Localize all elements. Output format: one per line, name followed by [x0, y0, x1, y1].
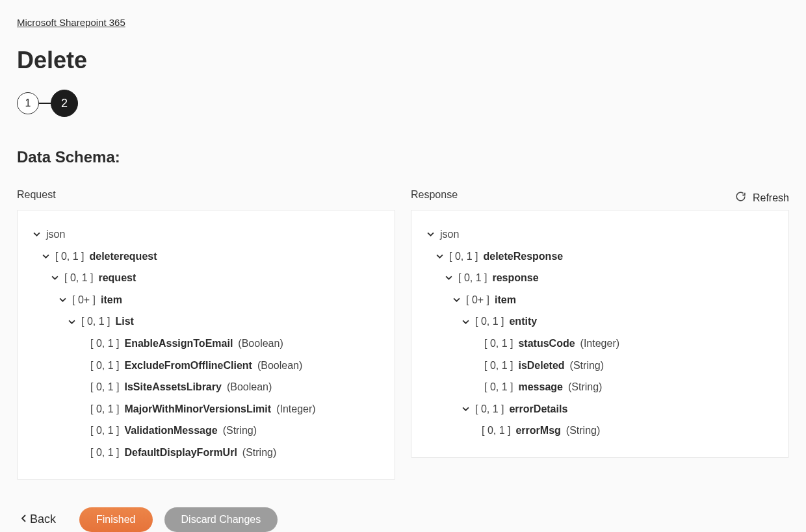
- node-card: [ 0, 1 ]: [90, 335, 119, 352]
- page-title: Delete: [17, 47, 789, 74]
- request-panel: json [ 0, 1 ] deleterequest [ 0, 1 ] req…: [17, 210, 395, 480]
- tree-row[interactable]: [ 0, 1 ] entity: [426, 310, 774, 333]
- tree-row[interactable]: [ 0, 1 ] statusCode (Integer): [426, 333, 774, 355]
- chevron-down-icon: [67, 318, 76, 325]
- node-type: (String): [570, 357, 604, 374]
- response-label: Response: [411, 189, 789, 201]
- node-name: List: [115, 313, 133, 330]
- node-card: [ 0, 1 ]: [458, 270, 487, 286]
- chevron-down-icon: [41, 253, 50, 260]
- node-name: item: [101, 292, 122, 309]
- chevron-down-icon: [452, 296, 461, 303]
- node-name: response: [492, 270, 538, 286]
- chevron-down-icon: [461, 318, 470, 325]
- back-button[interactable]: Back: [21, 513, 56, 526]
- tree-row[interactable]: [ 0, 1 ] ExcludeFromOfflineClient (Boole…: [32, 355, 380, 377]
- tree-row[interactable]: [ 0, 1 ] deleteResponse: [426, 246, 774, 268]
- response-panel: json [ 0, 1 ] deleteResponse [ 0, 1 ] re…: [411, 210, 789, 458]
- page-root: Microsoft Sharepoint 365 Delete 1 2 Data…: [0, 0, 806, 532]
- tree-row[interactable]: [ 0, 1 ] message (String): [426, 376, 774, 398]
- node-card: [ 0, 1 ]: [475, 401, 504, 418]
- node-name: ExcludeFromOfflineClient: [124, 357, 252, 374]
- node-type: (Integer): [276, 401, 315, 418]
- node-type: (Integer): [580, 335, 619, 352]
- node-name: errorMsg: [515, 422, 560, 439]
- node-card: [ 0, 1 ]: [90, 357, 119, 374]
- chevron-down-icon: [461, 405, 470, 412]
- node-name: deleteResponse: [483, 248, 563, 265]
- tree-row[interactable]: [ 0, 1 ] response: [426, 267, 774, 289]
- node-card: [ 0, 1 ]: [55, 248, 84, 265]
- chevron-down-icon: [50, 274, 59, 281]
- finished-button[interactable]: Finished: [79, 507, 152, 532]
- chevron-left-icon: [21, 513, 27, 526]
- tree-row[interactable]: [ 0, 1 ] MajorWithMinorVersionsLimit (In…: [32, 398, 380, 420]
- tree-row[interactable]: [ 0+ ] item: [32, 289, 380, 311]
- step-connector: [39, 103, 51, 104]
- tree-row[interactable]: [ 0, 1 ] EnableAssignToEmail (Boolean): [32, 333, 380, 355]
- node-card: [ 0, 1 ]: [484, 357, 513, 374]
- node-card: [ 0+ ]: [466, 292, 489, 309]
- node-name: EnableAssignToEmail: [124, 335, 233, 352]
- back-label: Back: [30, 513, 56, 526]
- tree-row[interactable]: [ 0, 1 ] errorDetails: [426, 398, 774, 420]
- tree-row[interactable]: [ 0, 1 ] List: [32, 310, 380, 333]
- chevron-down-icon: [444, 274, 453, 281]
- request-column: Request json [ 0, 1 ] deleterequest [ 0,…: [17, 209, 395, 480]
- node-name: json: [46, 226, 65, 243]
- node-name: ValidationMessage: [124, 422, 217, 439]
- tree-row[interactable]: [ 0, 1 ] errorMsg (String): [426, 420, 774, 442]
- chevron-down-icon: [435, 253, 444, 260]
- node-type: (Boolean): [238, 335, 283, 352]
- chevron-down-icon: [426, 231, 435, 238]
- node-card: [ 0, 1 ]: [484, 379, 513, 396]
- tree-row[interactable]: [ 0, 1 ] request: [32, 267, 380, 289]
- node-type: (String): [566, 422, 600, 439]
- node-name: MajorWithMinorVersionsLimit: [124, 401, 271, 418]
- node-type: (String): [568, 379, 602, 396]
- node-type: (String): [223, 422, 257, 439]
- node-name: request: [98, 270, 136, 286]
- node-name: message: [518, 379, 563, 396]
- node-name: DefaultDisplayFormUrl: [124, 444, 237, 461]
- tree-row[interactable]: json: [426, 223, 774, 246]
- node-card: [ 0, 1 ]: [81, 313, 110, 330]
- node-card: [ 0, 1 ]: [482, 422, 510, 439]
- node-name: item: [495, 292, 516, 309]
- tree-row[interactable]: [ 0, 1 ] IsSiteAssetsLibrary (Boolean): [32, 376, 380, 398]
- tree-row[interactable]: [ 0, 1 ] ValidationMessage (String): [32, 420, 380, 442]
- step-1[interactable]: 1: [17, 92, 39, 114]
- tree-row[interactable]: [ 0, 1 ] DefaultDisplayFormUrl (String): [32, 442, 380, 464]
- step-2[interactable]: 2: [51, 90, 78, 117]
- chevron-down-icon: [58, 296, 67, 303]
- request-label: Request: [17, 189, 395, 201]
- node-name: deleterequest: [89, 248, 157, 265]
- node-card: [ 0, 1 ]: [64, 270, 93, 286]
- node-name: json: [440, 226, 459, 243]
- footer-actions: Back Finished Discard Changes: [17, 507, 789, 532]
- section-title: Data Schema:: [17, 148, 789, 166]
- node-name: errorDetails: [509, 401, 567, 418]
- node-card: [ 0+ ]: [72, 292, 96, 309]
- node-name: entity: [509, 313, 537, 330]
- tree-row[interactable]: [ 0, 1 ] isDeleted (String): [426, 355, 774, 377]
- node-type: (Boolean): [227, 379, 272, 396]
- node-card: [ 0, 1 ]: [475, 313, 504, 330]
- node-card: [ 0, 1 ]: [449, 248, 478, 265]
- tree-row[interactable]: [ 0, 1 ] deleterequest: [32, 246, 380, 268]
- node-card: [ 0, 1 ]: [90, 422, 119, 439]
- node-name: IsSiteAssetsLibrary: [124, 379, 221, 396]
- response-column: Response json [ 0, 1 ] deleteResponse [ …: [411, 209, 789, 480]
- node-card: [ 0, 1 ]: [90, 401, 119, 418]
- schema-columns: Request json [ 0, 1 ] deleterequest [ 0,…: [17, 209, 789, 480]
- tree-row[interactable]: json: [32, 223, 380, 246]
- node-type: (Boolean): [257, 357, 302, 374]
- tree-row[interactable]: [ 0+ ] item: [426, 289, 774, 311]
- node-card: [ 0, 1 ]: [90, 379, 119, 396]
- node-name: isDeleted: [518, 357, 564, 374]
- node-card: [ 0, 1 ]: [90, 444, 119, 461]
- node-name: statusCode: [518, 335, 575, 352]
- node-type: (String): [242, 444, 276, 461]
- discard-changes-button[interactable]: Discard Changes: [164, 507, 278, 532]
- breadcrumb-link[interactable]: Microsoft Sharepoint 365: [17, 17, 125, 28]
